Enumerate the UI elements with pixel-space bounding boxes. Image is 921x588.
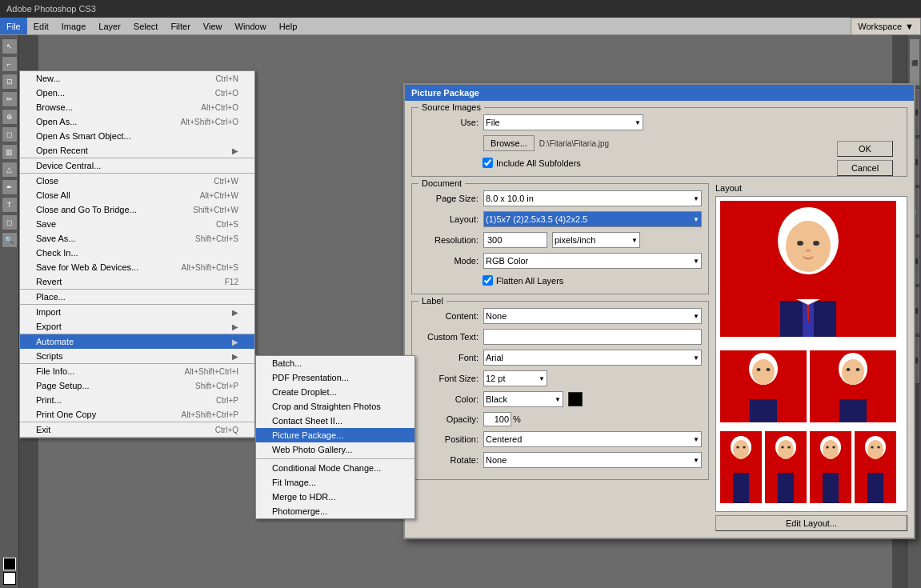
picture-package-dialog[interactable]: Picture Package OK Cancel Source Images … <box>403 83 915 539</box>
menu-help[interactable]: Help <box>273 18 304 34</box>
menu-print[interactable]: Print...Ctrl+P <box>20 393 254 407</box>
use-label: Use: <box>418 118 479 127</box>
automate-batch[interactable]: Batch... <box>256 356 414 370</box>
mode-row: Mode: RGB Color ▼ <box>418 253 702 269</box>
gradient-tool[interactable]: ▥ <box>2 144 18 160</box>
menu-save-web[interactable]: Save for Web & Devices...Alt+Shift+Ctrl+… <box>20 260 254 274</box>
move-tool[interactable]: ↖ <box>2 38 18 54</box>
automate-web-gallery[interactable]: Web Photo Gallery... <box>256 442 414 457</box>
page-size-select[interactable]: 8.0 x 10.0 in ▼ <box>483 190 702 206</box>
automate-picture-package[interactable]: Picture Package... <box>256 428 414 442</box>
automate-contact-sheet[interactable]: Contact Sheet II... <box>256 414 414 428</box>
menu-close-bridge[interactable]: Close and Go To Bridge...Shift+Ctrl+W <box>20 202 254 217</box>
menu-open-smart[interactable]: Open As Smart Object... <box>20 129 254 143</box>
flatten-label: Flatten All Layers <box>496 276 563 286</box>
eraser-tool[interactable]: ◻ <box>2 126 18 142</box>
menu-view[interactable]: View <box>197 18 229 34</box>
pen-tool[interactable]: ✒ <box>2 179 18 195</box>
custom-text-input[interactable] <box>483 329 702 345</box>
content-select[interactable]: None ▼ <box>483 308 702 324</box>
automate-submenu[interactable]: Batch... PDF Presentation... Create Drop… <box>255 355 415 519</box>
menu-place[interactable]: Place... <box>20 290 254 304</box>
browse-button[interactable]: Browse... <box>483 135 535 151</box>
menu-page-setup[interactable]: Page Setup...Shift+Ctrl+P <box>20 378 254 393</box>
automate-droplet[interactable]: Create Droplet... <box>256 385 414 399</box>
automate-photomerge[interactable]: Photomerge... <box>256 504 414 518</box>
menu-browse[interactable]: Browse...Alt+Ctrl+O <box>20 100 254 114</box>
font-size-value: 12 pt <box>486 374 505 383</box>
brush-tool[interactable]: ✏ <box>2 91 18 107</box>
dialog-title-text: Picture Package <box>411 88 479 98</box>
blur-tool[interactable]: △ <box>2 162 18 178</box>
menu-save-as[interactable]: Save As...Shift+Ctrl+S <box>20 231 254 246</box>
workspace-button[interactable]: Workspace ▼ <box>851 18 921 35</box>
resolution-unit-select[interactable]: pixels/inch ▼ <box>552 232 640 248</box>
app-title: Adobe Photoshop CS3 <box>6 4 96 14</box>
crop-tool[interactable]: ⊡ <box>2 74 18 90</box>
lasso-tool[interactable]: ⌐ <box>2 56 18 72</box>
font-select[interactable]: Arial ▼ <box>483 350 702 366</box>
zoom-tool[interactable]: 🔍 <box>2 232 18 248</box>
font-size-arrow: ▼ <box>539 375 545 382</box>
menu-revert[interactable]: RevertF12 <box>20 274 254 289</box>
svg-rect-37 <box>778 473 794 503</box>
font-value: Arial <box>486 353 503 362</box>
menu-scripts[interactable]: Scripts▶ <box>20 349 254 363</box>
automate-pdf[interactable]: PDF Presentation... <box>256 370 414 385</box>
color-swatch[interactable] <box>568 392 583 406</box>
right-panel-btn1[interactable]: ⬛ <box>909 38 920 86</box>
opacity-input[interactable] <box>483 412 511 426</box>
menu-window[interactable]: Window <box>229 18 273 34</box>
mode-select[interactable]: RGB Color ▼ <box>483 253 702 269</box>
resolution-input[interactable] <box>483 232 547 248</box>
layout-section-label: Layout <box>715 183 907 193</box>
text-tool[interactable]: T <box>2 197 18 213</box>
shape-tool[interactable]: ◻ <box>2 214 18 230</box>
menu-export[interactable]: Export▶ <box>20 319 254 334</box>
menu-print-one[interactable]: Print One CopyAlt+Shift+Ctrl+P <box>20 407 254 422</box>
font-size-select[interactable]: 12 pt ▼ <box>483 370 547 386</box>
automate-crop[interactable]: Crop and Straighten Photos <box>256 399 414 414</box>
rotate-select[interactable]: None ▼ <box>483 452 702 468</box>
color-select[interactable]: Black ▼ <box>483 391 563 407</box>
menu-file-info[interactable]: File Info...Alt+Shift+Ctrl+I <box>20 364 254 378</box>
automate-fit-image[interactable]: Fit Image... <box>256 475 414 490</box>
cancel-button[interactable]: Cancel <box>837 160 893 176</box>
svg-point-36 <box>787 446 791 449</box>
position-select[interactable]: Centered ▼ <box>483 431 702 447</box>
menu-filter[interactable]: Filter <box>164 18 196 34</box>
menu-open-recent[interactable]: Open Recent▶ <box>20 143 254 158</box>
menu-select[interactable]: Select <box>127 18 165 34</box>
mode-label: Mode: <box>418 256 479 266</box>
menu-exit[interactable]: ExitCtrl+Q <box>20 422 254 437</box>
automate-conditional-mode[interactable]: Conditional Mode Change... <box>256 461 414 475</box>
edit-layout-button[interactable]: Edit Layout... <box>715 515 907 531</box>
menu-image[interactable]: Image <box>55 18 93 34</box>
menu-edit[interactable]: Edit <box>27 18 55 34</box>
flatten-checkbox[interactable] <box>483 275 493 286</box>
file-path: D:\Fitaria\Fitaria.jpg <box>539 139 609 148</box>
color-arrow: ▼ <box>555 396 561 403</box>
automate-merge-hdr[interactable]: Merge to HDR... <box>256 490 414 504</box>
menu-open[interactable]: Open...Ctrl+O <box>20 86 254 100</box>
menu-new[interactable]: New...Ctrl+N <box>20 71 254 86</box>
include-subfolders-checkbox[interactable] <box>483 158 493 168</box>
font-label: Font: <box>418 353 479 362</box>
use-select[interactable]: File ▼ <box>483 114 643 130</box>
menu-device-central[interactable]: Device Central... <box>20 158 254 173</box>
menu-import[interactable]: Import▶ <box>20 305 254 319</box>
menu-close-all[interactable]: Close AllAlt+Ctrl+W <box>20 188 254 202</box>
position-arrow: ▼ <box>693 436 699 443</box>
ok-button[interactable]: OK <box>837 141 893 157</box>
clone-tool[interactable]: ⊕ <box>2 109 18 125</box>
layout-select[interactable]: (1)5x7 (2)2.5x3.5 (4)2x2.5 ▼ <box>483 211 702 227</box>
file-menu-dropdown[interactable]: New...Ctrl+N Open...Ctrl+O Browse...Alt+… <box>19 70 255 438</box>
menu-open-as[interactable]: Open As...Alt+Shift+Ctrl+O <box>20 114 254 129</box>
menu-save[interactable]: SaveCtrl+S <box>20 217 254 231</box>
menu-close[interactable]: CloseCtrl+W <box>20 174 254 188</box>
menu-file[interactable]: File <box>0 18 27 34</box>
menu-automate[interactable]: Automate▶ <box>20 334 254 349</box>
mode-value: RGB Color <box>486 256 528 266</box>
menu-check-in[interactable]: Check In... <box>20 246 254 260</box>
menu-layer[interactable]: Layer <box>92 18 127 34</box>
